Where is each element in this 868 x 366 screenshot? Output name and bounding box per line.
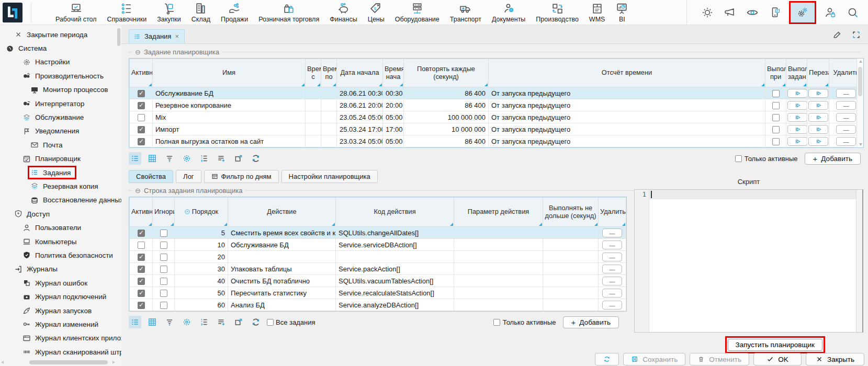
task-row[interactable]: Резервное копирование 28.06.21 20:00 20:… xyxy=(130,99,863,111)
sidebar-item[interactable]: Система xyxy=(0,41,121,55)
order-cell[interactable]: 20 xyxy=(175,251,228,263)
sidebar-item[interactable]: Почта xyxy=(0,138,121,152)
module-item[interactable]: Производство xyxy=(536,2,579,23)
task-name-cell[interactable]: Обслуживание БД xyxy=(153,87,306,99)
col-active[interactable]: Активно xyxy=(130,198,153,227)
theme-icon[interactable] xyxy=(701,6,714,19)
run-task-button[interactable] xyxy=(787,125,807,134)
numbered-list-icon[interactable] xyxy=(198,316,210,328)
action-code-cell[interactable]: Service.recalculateStatsAction[] xyxy=(336,287,454,299)
active-checkbox[interactable] xyxy=(138,302,145,309)
sidebar-item[interactable]: Журнал клиентских приложений xyxy=(0,331,121,345)
start-time-cell[interactable]: 05:00 xyxy=(383,135,404,147)
delete-row-button[interactable] xyxy=(602,265,622,273)
col-run-at[interactable]: Выполнить при xyxy=(765,59,786,87)
only-active-checkbox[interactable] xyxy=(735,155,742,162)
start-date-cell[interactable]: 23.03.24 05:00 xyxy=(337,135,383,147)
order-cell[interactable]: 30 xyxy=(175,263,228,275)
duration-cell[interactable] xyxy=(543,287,599,299)
sidebar-item[interactable]: Журнал изменений xyxy=(0,317,121,331)
module-item[interactable]: Справочники xyxy=(107,2,146,23)
task-line-row[interactable]: 20 xyxy=(130,251,626,263)
collapse-icon[interactable] xyxy=(135,187,141,195)
open-external-icon[interactable] xyxy=(232,152,245,165)
active-checkbox[interactable] xyxy=(138,230,145,237)
active-checkbox[interactable] xyxy=(138,266,145,273)
delete-row-button[interactable] xyxy=(602,241,622,249)
task-name-cell[interactable]: Mix xyxy=(153,111,306,123)
task-line-row[interactable]: 10 Обслуживание БД Service.serviceDBActi… xyxy=(130,239,626,251)
app-logo-icon[interactable] xyxy=(3,3,22,22)
task-line-row[interactable]: 60 Анализ БД Service.analyzeDBAction[] xyxy=(130,299,626,311)
action-param-cell[interactable] xyxy=(454,299,543,311)
open-external-icon[interactable] xyxy=(232,316,245,328)
grid-view-icon[interactable] xyxy=(146,316,159,328)
tab-log[interactable]: Лог xyxy=(176,170,201,183)
ok-button[interactable]: OK xyxy=(753,353,802,365)
module-item[interactable]: WMS xyxy=(589,2,605,23)
sidebar-item[interactable]: Задания xyxy=(0,166,121,179)
run-at-checkbox[interactable] xyxy=(772,138,780,145)
run-task-button[interactable] xyxy=(787,137,807,146)
repeat-cell[interactable]: 10 000 000 xyxy=(404,123,489,135)
module-item[interactable]: Розничная торговля xyxy=(258,2,319,23)
run-at-checkbox[interactable] xyxy=(772,102,780,109)
refresh-form-button[interactable] xyxy=(595,353,619,365)
action-cell[interactable] xyxy=(228,251,336,263)
delete-task-button[interactable] xyxy=(836,137,856,146)
restart-task-button[interactable] xyxy=(808,113,828,122)
only-active-checkbox[interactable] xyxy=(493,319,500,326)
order-cell[interactable]: 60 xyxy=(175,299,228,311)
ignore-checkbox[interactable] xyxy=(160,278,167,285)
action-code-cell[interactable]: SQLUtils.vacuumTablesAction[] xyxy=(336,275,454,287)
order-cell[interactable]: 5 xyxy=(175,227,228,239)
delete-row-button[interactable] xyxy=(602,289,622,298)
save-button[interactable]: Сохранить xyxy=(623,353,685,365)
action-code-cell[interactable]: Service.analyzeDBAction[] xyxy=(336,299,454,311)
ignore-checkbox[interactable] xyxy=(160,242,167,249)
countdown-cell[interactable]: От запуска предыдущего xyxy=(489,123,765,135)
run-task-button[interactable] xyxy=(787,113,807,122)
delete-row-button[interactable] xyxy=(602,277,622,285)
eye-icon[interactable] xyxy=(746,6,759,19)
tab-scheduler-settings[interactable]: Настройки планировщика xyxy=(281,170,378,183)
module-item[interactable]: Транспорт xyxy=(450,2,481,23)
action-param-cell[interactable] xyxy=(454,227,543,239)
active-checkbox[interactable] xyxy=(138,138,145,145)
action-cell[interactable]: Обслуживание БД xyxy=(228,239,336,251)
action-code-cell[interactable]: SQLUtils.changeAllDates[] xyxy=(336,227,454,239)
repeat-cell[interactable]: 86 400 xyxy=(404,135,489,147)
col-time-to[interactable]: Время по xyxy=(321,59,337,87)
start-date-cell[interactable]: 28.06.21 20:00 xyxy=(337,99,383,111)
action-param-cell[interactable] xyxy=(454,275,543,287)
module-item[interactable]: Оборудование xyxy=(395,2,439,23)
sidebar-item[interactable]: Восстановление данных xyxy=(0,193,121,207)
repeat-cell[interactable]: 86 400 xyxy=(404,99,489,111)
action-cell[interactable]: Очистить БД потаблично xyxy=(228,275,336,287)
run-at-checkbox[interactable] xyxy=(772,114,780,121)
col-action-code[interactable]: Код действия xyxy=(336,198,454,227)
run-task-button[interactable] xyxy=(787,89,807,98)
active-checkbox[interactable] xyxy=(138,278,145,285)
sidebar-horizontal-scrollbar[interactable] xyxy=(2,360,114,365)
sidebar-item[interactable]: Журнал сканирований штрих-кодов xyxy=(0,345,121,359)
ignore-checkbox[interactable] xyxy=(160,302,167,309)
list-view-icon[interactable] xyxy=(129,152,141,165)
action-code-cell[interactable]: Service.serviceDBAction[] xyxy=(336,239,454,251)
col-action-param[interactable]: Параметр действия xyxy=(454,198,543,227)
col-ignore[interactable]: Игнорировать xyxy=(153,198,175,227)
start-time-cell[interactable]: 20:00 xyxy=(383,99,404,111)
sidebar-item[interactable]: Компьютеры xyxy=(0,235,121,248)
task-line-row[interactable]: 5 Сместить время всех свойств и ключей S… xyxy=(130,227,626,239)
col-countdown[interactable]: Отсчёт времени xyxy=(489,59,765,87)
col-run-task[interactable]: Выполнить задан xyxy=(786,59,807,87)
action-param-cell[interactable] xyxy=(454,239,543,251)
active-checkbox[interactable] xyxy=(138,126,145,133)
edit-pencil-icon[interactable] xyxy=(832,30,841,39)
start-date-cell[interactable]: 28.06.21 00:30 xyxy=(337,87,383,99)
restart-task-button[interactable] xyxy=(808,137,828,146)
profile-icon[interactable] xyxy=(824,6,837,19)
refresh-icon[interactable] xyxy=(250,316,262,328)
delete-row-button[interactable] xyxy=(602,301,622,310)
order-cell[interactable]: 40 xyxy=(175,275,228,287)
